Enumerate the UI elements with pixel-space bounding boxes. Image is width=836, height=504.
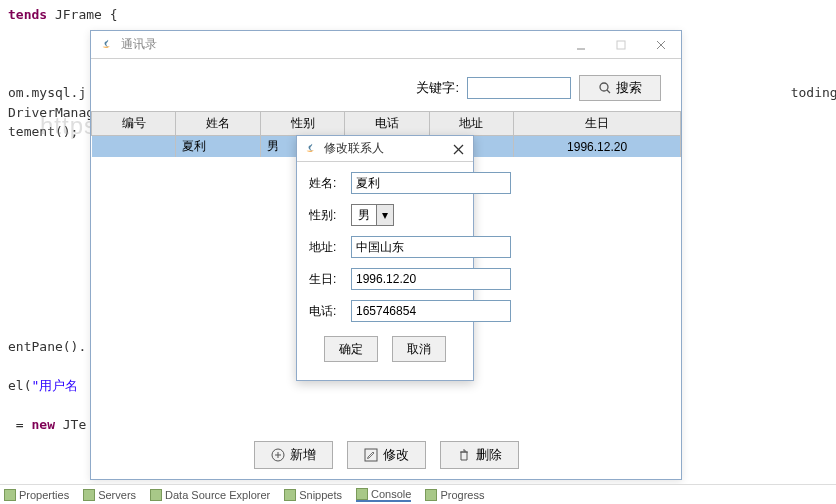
- edit-contact-dialog: 修改联系人 姓名: 性别: 男 ▾ 地址: 生日: 电话:: [296, 135, 474, 381]
- search-label: 关键字:: [416, 79, 459, 97]
- col-id[interactable]: 编号: [92, 112, 176, 136]
- table-header-row: 编号 姓名 性别 电话 地址 生日: [92, 112, 681, 136]
- ok-button[interactable]: 确定: [324, 336, 378, 362]
- add-button[interactable]: 新增: [254, 441, 333, 469]
- delete-button[interactable]: 删除: [440, 441, 519, 469]
- pencil-icon: [364, 448, 378, 462]
- svg-rect-9: [365, 449, 377, 461]
- search-bar: 关键字: 搜索: [91, 59, 681, 111]
- search-icon: [598, 81, 612, 95]
- dialog-body: 姓名: 性别: 男 ▾ 地址: 生日: 电话: 确定 取消: [297, 162, 473, 380]
- minimize-button[interactable]: [561, 31, 601, 59]
- gender-label: 性别:: [309, 207, 345, 224]
- svg-point-4: [600, 83, 608, 91]
- search-button[interactable]: 搜索: [579, 75, 661, 101]
- col-name[interactable]: 姓名: [176, 112, 260, 136]
- birthday-label: 生日:: [309, 271, 345, 288]
- chevron-down-icon: ▾: [377, 205, 393, 225]
- tab-properties[interactable]: Properties: [4, 489, 69, 501]
- bottom-toolbar: 新增 修改 删除: [91, 441, 681, 469]
- birthday-input[interactable]: [351, 268, 511, 290]
- plus-icon: [271, 448, 285, 462]
- phone-input[interactable]: [351, 300, 511, 322]
- titlebar: 通讯录: [91, 31, 681, 59]
- dialog-title: 修改联系人: [324, 140, 384, 157]
- window-title: 通讯录: [121, 36, 157, 53]
- phone-label: 电话:: [309, 303, 345, 320]
- svg-line-5: [607, 90, 610, 93]
- close-button[interactable]: [641, 31, 681, 59]
- col-address[interactable]: 地址: [429, 112, 513, 136]
- tab-console[interactable]: Console: [356, 488, 411, 502]
- edit-button[interactable]: 修改: [347, 441, 426, 469]
- eclipse-views-tabbar: Properties Servers Data Source Explorer …: [0, 484, 836, 504]
- properties-icon: [4, 489, 16, 501]
- console-icon: [356, 488, 368, 500]
- maximize-button[interactable]: [601, 31, 641, 59]
- java-icon: [101, 38, 115, 52]
- close-icon: [453, 144, 464, 155]
- tab-data-source[interactable]: Data Source Explorer: [150, 489, 270, 501]
- progress-icon: [425, 489, 437, 501]
- trash-icon: [457, 448, 471, 462]
- tab-snippets[interactable]: Snippets: [284, 489, 342, 501]
- gender-select[interactable]: 男 ▾: [351, 204, 394, 226]
- tab-progress[interactable]: Progress: [425, 489, 484, 501]
- search-input[interactable]: [467, 77, 571, 99]
- dialog-close-button[interactable]: [449, 140, 467, 158]
- name-input[interactable]: [351, 172, 511, 194]
- address-label: 地址:: [309, 239, 345, 256]
- name-label: 姓名:: [309, 175, 345, 192]
- svg-rect-1: [617, 41, 625, 49]
- data-source-icon: [150, 489, 162, 501]
- snippets-icon: [284, 489, 296, 501]
- cancel-button[interactable]: 取消: [392, 336, 446, 362]
- col-phone[interactable]: 电话: [345, 112, 429, 136]
- tab-servers[interactable]: Servers: [83, 489, 136, 501]
- col-gender[interactable]: 性别: [260, 112, 344, 136]
- java-icon: [305, 142, 319, 156]
- address-input[interactable]: [351, 236, 511, 258]
- dialog-titlebar: 修改联系人: [297, 136, 473, 162]
- col-birthday[interactable]: 生日: [514, 112, 681, 136]
- servers-icon: [83, 489, 95, 501]
